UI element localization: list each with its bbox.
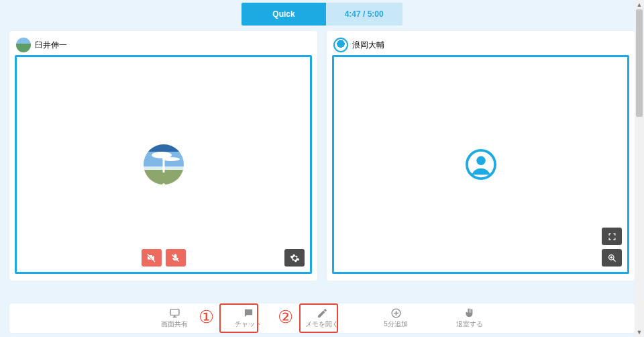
- person-icon: [466, 149, 496, 180]
- plus-circle-icon: [390, 307, 402, 319]
- annotation-number-1: ①: [199, 307, 214, 328]
- chat-label: チャット: [235, 320, 262, 329]
- mode-badge[interactable]: Quick: [241, 3, 325, 26]
- vertical-scrollbar[interactable]: ▲ ▼: [635, 0, 644, 337]
- bottom-toolbar: 画面共有 チャット メモを開く 5分追加 退室する: [9, 303, 635, 333]
- participant-name: 臼井伸一: [35, 40, 67, 51]
- chat-button[interactable]: チャット: [231, 307, 265, 329]
- mic-off-button[interactable]: [166, 249, 186, 267]
- panel-left-header: 臼井伸一: [15, 36, 312, 55]
- video-panels: 臼井伸一 浪岡大輔: [0, 26, 644, 281]
- screen-share-label: 画面共有: [161, 320, 188, 329]
- chat-icon: [243, 307, 254, 319]
- memo-label: メモを開く: [305, 320, 339, 329]
- top-bar: Quick 4:47 / 5:00: [0, 0, 644, 26]
- avatar-large-landscape: [144, 144, 184, 185]
- fullscreen-button[interactable]: [602, 228, 622, 245]
- leave-label: 退室する: [456, 320, 483, 329]
- fullscreen-icon: [607, 232, 617, 242]
- avatar-icon: [333, 38, 348, 52]
- zoom-in-icon: [607, 253, 617, 263]
- hand-icon: [464, 307, 476, 319]
- gear-icon: [290, 253, 300, 263]
- panel-right: 浪岡大輔: [327, 31, 635, 281]
- pencil-icon: [317, 307, 328, 319]
- screen-share-button[interactable]: 画面共有: [158, 307, 191, 329]
- video-area-right: [332, 55, 629, 274]
- extend-label: 5分追加: [384, 320, 408, 329]
- timer-badge: 4:47 / 5:00: [326, 3, 402, 26]
- avatar-icon: [16, 38, 31, 52]
- zoom-button[interactable]: [602, 249, 622, 267]
- svg-point-1: [476, 156, 485, 165]
- participant-name: 浪岡大輔: [352, 40, 384, 51]
- panel-right-header: 浪岡大輔: [332, 36, 629, 55]
- memo-button[interactable]: メモを開く: [305, 307, 339, 329]
- scroll-down-icon[interactable]: ▼: [635, 328, 644, 337]
- self-controls: [142, 249, 186, 267]
- mode-timer-pill: Quick 4:47 / 5:00: [241, 3, 402, 26]
- monitor-icon: [169, 307, 180, 319]
- svg-rect-3: [170, 309, 179, 316]
- video-area-left: [15, 55, 312, 274]
- avatar-large-person: [461, 144, 501, 185]
- settings-controls: [284, 249, 305, 267]
- camera-off-button[interactable]: [142, 249, 162, 267]
- leave-button[interactable]: 退室する: [453, 307, 486, 329]
- annotation-number-2: ②: [278, 307, 293, 328]
- camera-off-icon: [146, 253, 156, 263]
- panel-left: 臼井伸一: [9, 31, 317, 281]
- settings-button[interactable]: [284, 249, 305, 267]
- mic-off-icon: [170, 253, 180, 263]
- view-controls: [602, 228, 622, 267]
- scroll-thumb[interactable]: [636, 9, 643, 117]
- extend-button[interactable]: 5分追加: [379, 307, 413, 329]
- scroll-up-icon[interactable]: ▲: [635, 0, 644, 9]
